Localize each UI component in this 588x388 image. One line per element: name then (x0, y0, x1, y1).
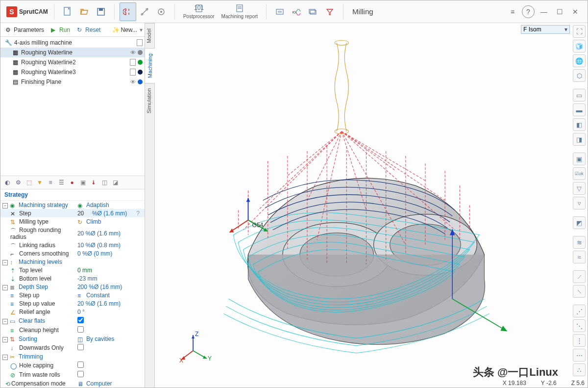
postprocessor-button[interactable]: 101 Postprocessor (180, 2, 218, 21)
prop-compensation[interactable]: Compensation mode (11, 380, 66, 387)
help-icon[interactable]: ? (522, 5, 535, 18)
stock-tab-icon[interactable]: ◫ (99, 178, 109, 187)
view-settings-icon[interactable] (153, 2, 170, 21)
fit-icon[interactable]: ⛶ (573, 25, 586, 38)
downwards-checkbox[interactable] (77, 344, 84, 350)
tree-item-op1[interactable]: ▦ Roughing Waterline 👁 (0, 48, 145, 57)
svg-rect-13 (278, 11, 282, 13)
result-icon[interactable]: ◪ (110, 178, 120, 187)
sphere-icon[interactable]: 🌐 (573, 54, 586, 67)
shade4-icon[interactable]: ◨ (573, 133, 586, 146)
main-toolbar: SSprutCAM 101 Postprocessor Machining re… (0, 0, 588, 23)
prop-clear-flats[interactable]: Clear flats (19, 317, 45, 324)
prop-trim-waste[interactable]: Trim waste rolls (19, 371, 60, 378)
coolant-icon[interactable]: 🌡 (89, 178, 98, 187)
holder-icon[interactable]: ▣ (78, 178, 88, 187)
list-icon[interactable]: ☰ (56, 178, 66, 187)
run-button[interactable]: ▶Run (48, 26, 73, 34)
prop-relief-angle[interactable]: Relief angle (19, 309, 50, 315)
param-toolbar: ◐ ⚙ ⬚ ▼ ≡ ☰ ● ▣ 🌡 ◫ ◪ (0, 176, 145, 189)
prop-step-up-value[interactable]: Step up value (19, 300, 55, 307)
stock-icon[interactable] (305, 2, 321, 21)
path-vis-icon[interactable]: ≋ (573, 236, 586, 249)
sim5-icon[interactable]: ∴ (573, 363, 586, 376)
stock-vis-icon[interactable]: ▣ (573, 153, 586, 165)
vtab-machining[interactable]: Machining (145, 48, 155, 83)
cleanup-height-checkbox[interactable] (77, 326, 84, 333)
open-file-icon[interactable] (76, 2, 93, 21)
prop-downwards-only[interactable]: Downwards Only (19, 344, 64, 351)
sim3-icon[interactable]: ⋮ (573, 334, 586, 347)
machining-report-button[interactable]: Machining report (218, 2, 261, 21)
vtab-simulation[interactable]: Simulation (145, 83, 154, 118)
prop-linking-radius[interactable]: Linking radius (19, 242, 55, 249)
prop-top-level[interactable]: Top level (19, 267, 42, 274)
view-orientation-dropdown[interactable]: F Isom▾ (521, 25, 570, 34)
sim4-icon[interactable]: ⋯ (573, 349, 586, 362)
machine-icon[interactable] (271, 2, 288, 21)
strategy-tab-icon[interactable]: ◐ (2, 178, 12, 187)
holder-vis-icon[interactable]: ▿ (573, 197, 586, 209)
prop-step-up[interactable]: Step up (19, 292, 39, 299)
tool-vis-icon[interactable]: ▽ (573, 182, 586, 195)
status-bar: X 19.183 Y -2.6 Z 5.6 (503, 380, 585, 387)
sim2-icon[interactable]: ⋱ (573, 319, 586, 332)
shade3-icon[interactable]: ◧ (573, 118, 586, 131)
tree-item-op3[interactable]: ▦ Roughing Waterline3 (0, 67, 145, 77)
prop-step[interactable]: Step (19, 210, 31, 217)
vtab-model[interactable]: Model (145, 23, 154, 48)
gear-icon[interactable]: ⚙ (13, 178, 23, 187)
iso-icon[interactable]: ⬡ (573, 69, 586, 82)
svg-text:Z: Z (195, 331, 198, 337)
tree-item-op2[interactable]: ▦ Roughing Waterline2 (0, 57, 145, 67)
vertical-tabs: Model Machining Simulation (145, 23, 155, 388)
rotate-icon[interactable]: 🧊 (573, 40, 586, 52)
boundary-icon[interactable]: ⬚ (24, 178, 34, 187)
operation-tree: 🔧 4-axis milling machine ▦ Roughing Wate… (0, 37, 145, 88)
save-file-icon[interactable] (93, 2, 109, 21)
path2-icon[interactable]: ≈ (573, 251, 586, 263)
tree-root-machine[interactable]: 🔧 4-axis milling machine (0, 38, 145, 48)
shade1-icon[interactable]: ▭ (573, 89, 586, 102)
prop-bottom-level[interactable]: Bottom level (19, 275, 51, 282)
section-icon[interactable]: ◩ (573, 216, 586, 229)
measure-icon[interactable] (136, 2, 153, 21)
prop-milling-type[interactable]: Milling type (19, 218, 49, 225)
prop-sorting[interactable]: Sorting (19, 336, 37, 342)
tree-item-op4[interactable]: ▤ Finishing Plane 👁 (0, 77, 145, 87)
minimize-icon[interactable]: — (538, 5, 550, 18)
new-file-icon[interactable] (59, 2, 76, 21)
stock-ok-icon[interactable]: ☑ok (573, 167, 586, 180)
clear-flats-checkbox[interactable] (77, 317, 84, 323)
trim-waste-checkbox[interactable] (77, 371, 84, 377)
hamburger-menu-icon[interactable]: ≡ (506, 5, 519, 18)
hole-capping-checkbox[interactable] (77, 362, 84, 368)
levels-icon[interactable]: ≡ (46, 178, 55, 187)
status-dot-icon (138, 70, 143, 75)
prop-cleanup-height[interactable]: Cleanup height (19, 327, 59, 334)
filter1-icon[interactable]: ⟋ (573, 270, 586, 283)
tool-icon[interactable]: ▼ (35, 178, 45, 187)
prop-corners-smoothing[interactable]: Corners smoothing (19, 250, 69, 257)
new-operation-button[interactable]: ✨New...▾ (109, 26, 145, 34)
shade2-icon[interactable]: ▬ (573, 103, 586, 116)
filter2-icon[interactable]: ⟍ (573, 285, 586, 298)
eye-icon: 👁 (130, 79, 136, 85)
reset-button[interactable]: ↻Reset (74, 26, 103, 34)
close-icon[interactable]: ✕ (569, 5, 582, 18)
feeds-icon[interactable]: ● (67, 178, 77, 187)
prop-trimming[interactable]: Trimming (19, 353, 43, 360)
sim1-icon[interactable]: ⋰ (573, 305, 586, 317)
toolpath-icon[interactable] (288, 2, 305, 21)
machine-icon: 🔧 (4, 39, 12, 46)
prop-machining-levels[interactable]: Machining levels (19, 259, 62, 265)
snap-icon[interactable] (120, 2, 136, 21)
3d-viewport[interactable]: G54 Z Y X (155, 23, 588, 388)
prop-depth-step[interactable]: Depth Step (19, 284, 48, 290)
maximize-icon[interactable]: ☐ (553, 5, 566, 18)
filter-icon[interactable] (321, 2, 338, 21)
parameters-button[interactable]: ⚙Parameters (2, 26, 47, 34)
prop-rough-rounding[interactable]: Rough rounding radius (10, 227, 61, 240)
prop-machining-strategy[interactable]: Machining strategy (19, 202, 68, 208)
prop-hole-capping[interactable]: Hole capping (19, 362, 53, 369)
